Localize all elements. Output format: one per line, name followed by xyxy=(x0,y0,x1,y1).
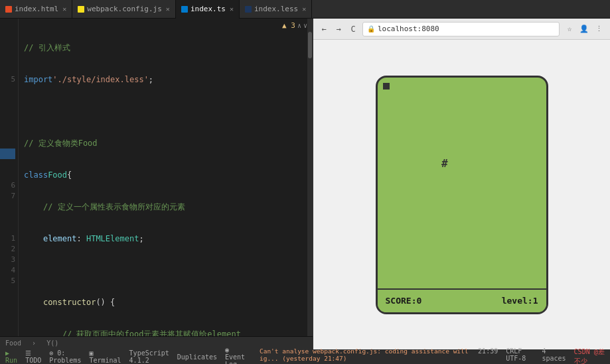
tab-less-close[interactable]: ✕ xyxy=(302,5,306,13)
tab-webpack-label: webpack.config.js xyxy=(87,5,162,13)
bookmark-button[interactable]: ☆ xyxy=(564,23,575,35)
csdn-label: CSDN @差不少 xyxy=(574,347,605,364)
less-file-icon xyxy=(245,6,252,13)
run-label[interactable]: ▶ Run xyxy=(5,349,17,364)
browser-actions: ☆ 👤 ⋮ xyxy=(564,23,605,35)
todo-label[interactable]: ☰ TODO xyxy=(25,349,41,364)
code-line-2: import './style/index.less'; xyxy=(24,74,307,85)
tab-ts-close[interactable]: ✕ xyxy=(230,5,234,13)
status-bar: ▶ Run ☰ TODO ⊗ 0: Problems ▣ Terminal Ty… xyxy=(0,349,610,364)
browser-preview: ← → C 🔒 localhost:8080 ☆ 👤 ⋮ # xyxy=(313,19,610,349)
status-left: ▶ Run ☰ TODO ⊗ 0: Problems ▣ Terminal Ty… xyxy=(5,346,252,365)
code-line-6: // 定义一个属性表示食物所对应的元素 xyxy=(24,202,307,212)
tab-html-label: index.html xyxy=(15,5,58,13)
warning-badge: ▲ 3 ∧ ∨ xyxy=(282,21,307,30)
profile-button[interactable]: 👤 xyxy=(578,23,590,35)
code-line-1: // 引入样式 xyxy=(24,42,307,53)
game-area: # xyxy=(378,78,546,288)
code-line-10: // 获取页面中的food元素并将其赋值给element xyxy=(24,329,307,336)
back-button[interactable]: ← xyxy=(319,24,329,34)
status-right: Can't analyse webpack.config.js: coding … xyxy=(260,347,605,364)
duplicates-label: Duplicates xyxy=(177,353,217,361)
html-file-icon xyxy=(5,6,12,13)
code-line-4: // 定义食物类Food xyxy=(24,138,307,149)
lock-icon: 🔒 xyxy=(367,25,375,32)
code-line-5: class Food{ xyxy=(24,170,307,180)
tab-webpack[interactable]: webpack.config.js ✕ xyxy=(72,0,176,19)
code-line-9: constructor() { xyxy=(24,297,307,308)
code-line-8 xyxy=(24,265,307,276)
tab-index-ts[interactable]: index.ts ✕ xyxy=(176,0,240,19)
main-area: 5 6 7 1 2 xyxy=(0,19,610,349)
code-line-3 xyxy=(24,106,307,117)
forward-button[interactable]: → xyxy=(333,24,344,34)
browser-toolbar: ← → C 🔒 localhost:8080 ☆ 👤 ⋮ xyxy=(313,19,610,40)
line-numbers: 5 6 7 1 2 xyxy=(0,19,19,336)
tab-bar: index.html ✕ webpack.config.js ✕ index.t… xyxy=(0,0,610,19)
scrollbar-thumb[interactable] xyxy=(308,32,312,58)
webpack-file-icon xyxy=(78,6,84,13)
food-item xyxy=(383,83,390,90)
problems-label[interactable]: ⊗ 0: Problems xyxy=(49,349,81,364)
address-bar[interactable]: 🔒 localhost:8080 xyxy=(362,22,560,36)
code-editor: 5 6 7 1 2 xyxy=(0,19,313,349)
tab-html-close[interactable]: ✕ xyxy=(62,5,66,13)
position-label: 21:39 xyxy=(478,347,498,364)
game-level: level:1 xyxy=(502,296,538,306)
game-container: # SCORE:0 level:1 xyxy=(376,76,548,314)
browser-content: # SCORE:0 level:1 xyxy=(313,40,610,349)
snake-segment: # xyxy=(441,157,448,170)
editor-scrollbar[interactable] xyxy=(307,19,313,336)
event-log-label[interactable]: ◉ Event Log xyxy=(225,346,252,365)
tab-index-less-label: index.less xyxy=(254,5,298,13)
tab-webpack-close[interactable]: ✕ xyxy=(166,5,170,13)
tab-index-less[interactable]: index.less ✕ xyxy=(240,0,312,19)
tab-index-ts-label: index.ts xyxy=(191,5,226,13)
tab-html[interactable]: index.html ✕ xyxy=(0,0,72,19)
encoding-label: CRLF UTF-8 xyxy=(506,347,534,364)
error-label: Can't analyse webpack.config.js: coding … xyxy=(260,347,470,364)
editor-wrapper: 5 6 7 1 2 xyxy=(0,19,313,336)
terminal-label[interactable]: ▣ Terminal xyxy=(89,349,121,364)
ts-file-icon xyxy=(181,6,188,13)
game-status-bar: SCORE:0 level:1 xyxy=(378,288,546,312)
typescript-label: TypeScript 4.1.2 xyxy=(129,349,169,364)
warning-count: ▲ 3 xyxy=(282,21,295,30)
url-text: localhost:8080 xyxy=(378,25,439,33)
menu-button[interactable]: ⋮ xyxy=(593,23,605,35)
game-score: SCORE:0 xyxy=(386,296,422,306)
code-line-7: element: HTMLElement; xyxy=(24,233,307,244)
spaces-label: 4 spaces xyxy=(542,347,566,364)
refresh-button[interactable]: C xyxy=(348,24,358,34)
code-content: // 引入样式 import './style/index.less'; // … xyxy=(19,19,313,336)
warning-chevron-up[interactable]: ∧ xyxy=(297,22,301,29)
